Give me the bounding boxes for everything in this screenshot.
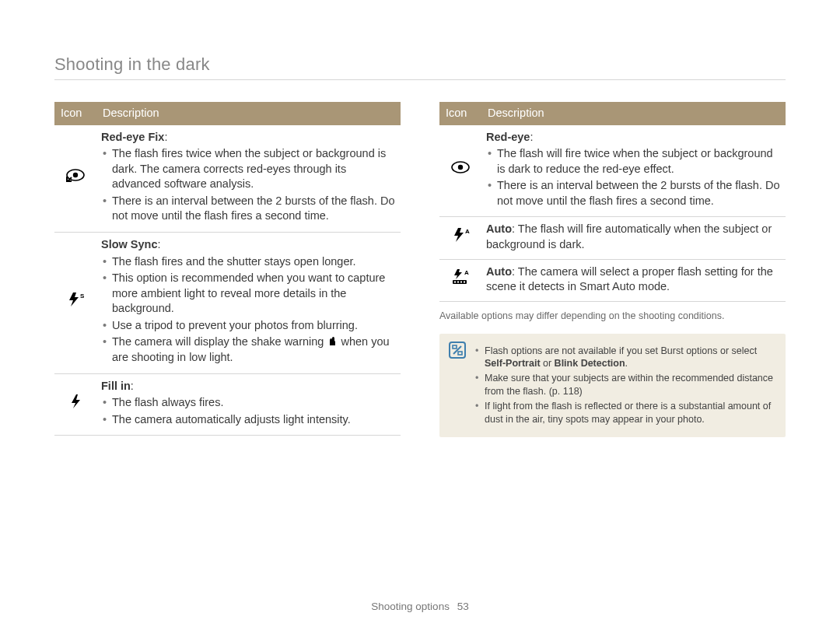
availability-note: Available options may differ depending o… <box>439 310 786 323</box>
svg-rect-9 <box>457 281 459 282</box>
table-row: A Auto: The flash will fire automaticall… <box>439 217 786 259</box>
bold-text: Blink Detection <box>555 358 625 369</box>
flash-options-table-left: Icon Description <box>54 102 401 436</box>
text-run: or <box>541 358 555 369</box>
table-row: A Auto: The camera will select a proper … <box>439 259 786 301</box>
th-description: Description <box>96 102 401 125</box>
svg-point-4 <box>458 165 463 170</box>
inline-label: Auto <box>486 222 512 235</box>
row-description-cell: Slow Sync: The flash fires and the shutt… <box>96 232 401 373</box>
row-icon-cell <box>439 125 481 217</box>
text-run: The camera will display the shake warnin… <box>112 335 327 348</box>
red-eye-fix-icon <box>65 167 86 187</box>
info-icon <box>449 342 466 359</box>
page-footer: Shooting options 53 <box>0 601 840 612</box>
shake-warning-icon <box>327 335 338 350</box>
th-description: Description <box>481 102 786 125</box>
note-box: Flash options are not available if you s… <box>439 334 786 437</box>
colon: : <box>158 238 161 250</box>
svg-rect-10 <box>460 281 462 282</box>
table-row: Red-eye: The flash will fire twice when … <box>439 125 786 217</box>
list-item: Flash options are not available if you s… <box>474 345 776 371</box>
svg-rect-12 <box>453 345 457 349</box>
row-description-cell: Auto: The camera will select a proper fl… <box>481 259 786 301</box>
row-description-cell: Red-eye: The flash will fire twice when … <box>481 125 786 217</box>
flash-options-table-right: Icon Description <box>439 102 786 302</box>
row-icon-cell: A <box>439 217 481 259</box>
list-item: There is an interval between the 2 burst… <box>486 178 781 208</box>
colon: : <box>131 380 134 392</box>
list-item: Use a tripod to prevent your photos from… <box>101 318 396 334</box>
table-row: Fill in: The flash always fires. The cam… <box>54 373 401 436</box>
list-item: There is an interval between the 2 burst… <box>101 194 396 224</box>
row-description-cell: Auto: The flash will fire automatically … <box>481 217 786 259</box>
table-row: S Slow Sync: The flash fires and the shu… <box>54 232 401 373</box>
list-item: The flash fires and the shutter stays op… <box>101 254 396 270</box>
slow-sync-icon: S <box>66 292 85 312</box>
svg-rect-8 <box>454 281 456 282</box>
text-run: Flash options are not available if you s… <box>485 345 757 356</box>
svg-point-1 <box>73 173 78 177</box>
list-item: Make sure that your subjects are within … <box>474 372 776 398</box>
svg-text:A: A <box>465 228 470 235</box>
mode-title: Slow Sync <box>101 238 158 250</box>
list-item: If light from the flash is reflected or … <box>474 400 776 426</box>
footer-section: Shooting options <box>371 601 450 612</box>
svg-text:S: S <box>80 292 85 299</box>
text-run: . <box>625 358 628 369</box>
right-column: Icon Description <box>439 102 786 437</box>
left-column: Icon Description <box>54 102 401 437</box>
content-columns: Icon Description <box>54 102 786 437</box>
mode-title: Red-eye <box>486 131 530 143</box>
note-list: Flash options are not available if you s… <box>474 343 776 428</box>
smart-auto-icon: A <box>450 268 471 290</box>
footer-page: 53 <box>457 601 469 612</box>
row-description-cell: Fill in: The flash always fires. The cam… <box>96 373 401 436</box>
bullet-list: The flash fires and the shutter stays op… <box>101 254 396 366</box>
colon: : <box>164 131 167 143</box>
th-icon: Icon <box>54 102 96 125</box>
list-item: This option is recommended when you want… <box>101 271 396 317</box>
row-icon-cell <box>54 373 96 436</box>
list-item: The flash will fire twice when the subje… <box>486 146 781 177</box>
red-eye-icon <box>450 160 471 179</box>
bullet-list: The flash fires twice when the subject o… <box>101 146 396 224</box>
inline-text: : The camera will select a proper flash … <box>486 265 773 293</box>
svg-rect-13 <box>458 352 462 355</box>
bold-text: Self-Portrait <box>485 358 541 369</box>
row-icon-cell <box>54 125 96 233</box>
mode-title: Red-eye Fix <box>101 131 164 143</box>
table-row: Red-eye Fix: The flash fires twice when … <box>54 125 401 233</box>
row-description-cell: Red-eye Fix: The flash fires twice when … <box>96 125 401 233</box>
svg-rect-11 <box>464 281 465 282</box>
fill-in-icon <box>68 394 83 414</box>
list-item: The camera automatically adjusts light i… <box>101 412 396 428</box>
list-item: The flash always fires. <box>101 395 396 411</box>
bullet-list: The flash will fire twice when the subje… <box>486 146 781 208</box>
page-title: Shooting in the dark <box>54 54 786 80</box>
row-icon-cell: S <box>54 232 96 373</box>
inline-label: Auto <box>486 265 512 278</box>
svg-text:A: A <box>464 269 469 276</box>
flash-auto-icon: A <box>451 227 470 247</box>
mode-title: Fill in <box>101 380 131 392</box>
list-item: The camera will display the shake warnin… <box>101 335 396 365</box>
colon: : <box>530 131 533 143</box>
row-icon-cell: A <box>439 259 481 301</box>
inline-text: : The flash will fire automatically when… <box>486 222 772 250</box>
bullet-list: The flash always fires. The camera autom… <box>101 395 396 427</box>
th-icon: Icon <box>439 102 481 125</box>
list-item: The flash fires twice when the subject o… <box>101 146 396 192</box>
